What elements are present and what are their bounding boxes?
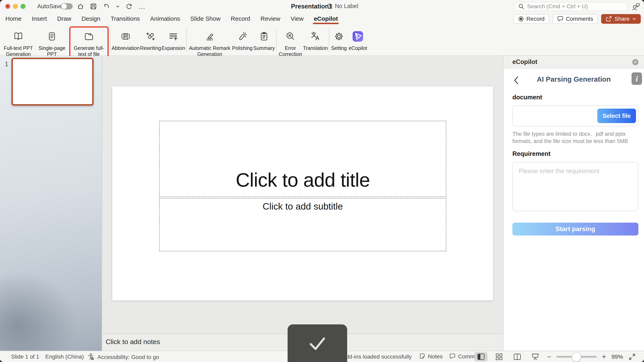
document-label: document	[512, 94, 638, 101]
close-window-button[interactable]	[5, 4, 10, 9]
reading-view-button[interactable]	[511, 352, 524, 362]
info-button[interactable]: i	[632, 72, 642, 85]
gear-icon	[334, 28, 344, 45]
chevron-down-icon[interactable]	[116, 4, 120, 9]
tab-home[interactable]: Home	[5, 14, 22, 23]
ribbon-separator	[186, 28, 187, 52]
ecopilot-pane-button[interactable]: eCopilot	[347, 28, 368, 51]
home-icon[interactable]	[77, 3, 84, 10]
document-icon	[47, 28, 57, 45]
rewriting-icon	[145, 28, 156, 45]
minimize-window-button[interactable]	[13, 4, 18, 9]
abbreviation-button[interactable]: Abbreviation	[112, 28, 140, 51]
subtitle-placeholder-text: Click to add subtitle	[263, 201, 343, 212]
toggle-knob	[62, 3, 67, 9]
error-correction-button[interactable]: Error Correction	[278, 28, 303, 57]
feedback-person-icon[interactable]	[632, 2, 640, 11]
slide-info: Slide 1 of 1	[11, 354, 39, 360]
requirement-label: Requirement	[512, 150, 638, 157]
undo-icon[interactable]	[103, 3, 110, 10]
start-parsing-button[interactable]: Start parsing	[512, 223, 638, 236]
polishing-button[interactable]: Polishing	[232, 28, 253, 51]
automatic-remark-generation-button[interactable]: Automatic Remark Generation	[188, 28, 232, 57]
requirement-textarea[interactable]: Please enter the requirement	[512, 162, 638, 211]
panel-page-title: AI Parsing Generation	[504, 75, 644, 83]
autosave-label: AutoSave	[37, 3, 62, 10]
summary-icon	[259, 28, 269, 45]
zoom-out-button[interactable]: −	[547, 353, 551, 361]
normal-view-button[interactable]	[474, 352, 488, 362]
summary-button[interactable]: Summary	[253, 28, 275, 51]
comments-button[interactable]: Comments	[553, 14, 598, 24]
shield-icon: ?	[326, 3, 333, 9]
redo-icon[interactable]	[126, 3, 133, 10]
notes-toggle[interactable]: Notes	[428, 353, 442, 360]
fullscreen-icon[interactable]	[628, 353, 636, 361]
language-status[interactable]: English (China)	[45, 354, 84, 360]
search-box[interactable]: Search (Cmd + Ctrl + U)	[514, 2, 628, 11]
comments-button-label: Comments	[566, 16, 593, 22]
translation-button[interactable]: Translation	[303, 28, 328, 51]
file-input[interactable]: Select file	[512, 105, 638, 126]
zoom-in-button[interactable]: +	[602, 353, 606, 361]
record-button-label: Record	[526, 16, 544, 22]
slide-sorter-view-button[interactable]	[493, 352, 506, 362]
full-text-ppt-generation-button[interactable]: Full-text PPT Generation	[2, 28, 34, 57]
subtitle-placeholder[interactable]: Click to add subtitle	[159, 198, 446, 251]
more-options-icon[interactable]: …	[138, 2, 146, 10]
panel-nav: AI Parsing Generation i	[504, 69, 644, 91]
tab-record[interactable]: Record	[230, 14, 251, 23]
slide-thumbnail[interactable]	[12, 58, 94, 106]
zoom-slider[interactable]	[556, 352, 597, 362]
share-button[interactable]: Share	[601, 14, 641, 24]
slideshow-view-button[interactable]	[529, 352, 542, 362]
svg-text:?: ?	[329, 5, 330, 8]
slide[interactable]: Click to add title Click to add subtitle	[112, 86, 493, 301]
label-badge-text: No Label	[335, 3, 358, 9]
ribbon: Full-text PPT Generation Single-page PPT…	[0, 24, 644, 56]
expansion-icon	[168, 28, 178, 45]
ecopilot-panel-header: eCopilot	[504, 56, 644, 69]
zoom-slider-thumb[interactable]	[572, 352, 581, 362]
record-button[interactable]: Record	[514, 14, 549, 24]
tab-design[interactable]: Design	[81, 14, 100, 23]
book-icon	[13, 28, 24, 45]
tab-insert[interactable]: Insert	[32, 14, 47, 23]
tab-review[interactable]: Review	[260, 14, 280, 23]
ribbon-separator	[276, 28, 276, 52]
panel-close-button[interactable]	[632, 59, 638, 65]
polishing-icon	[237, 28, 248, 45]
tab-animations[interactable]: Animations	[150, 14, 180, 23]
panel-header-title: eCopilot	[512, 58, 537, 65]
generate-full-text-of-file-button[interactable]: Generate full-text of file	[72, 28, 106, 57]
title-placeholder-text: Click to add title	[236, 169, 370, 191]
info-icon: i	[636, 74, 638, 83]
close-icon	[634, 60, 637, 64]
tab-view[interactable]: View	[290, 14, 304, 23]
notes-icon	[419, 353, 426, 360]
record-dot-icon	[518, 16, 524, 22]
search-placeholder: Search (Cmd + Ctrl + U)	[527, 3, 588, 10]
tab-ecopilot[interactable]: eCopilot	[313, 14, 338, 23]
title-placeholder[interactable]: Click to add title	[159, 121, 446, 197]
accessibility-status[interactable]: Accessibility: Good to go	[98, 354, 159, 361]
tab-draw[interactable]: Draw	[57, 14, 72, 23]
sensitivity-label[interactable]: ? No Label	[326, 3, 358, 9]
zoom-window-button[interactable]	[20, 4, 26, 9]
rewriting-button[interactable]: Rewriting	[140, 28, 162, 51]
file-hint-text: The file types are limited to docx、pdf a…	[512, 130, 636, 145]
tab-slide-show[interactable]: Slide Show	[190, 14, 221, 23]
expansion-button[interactable]: Expansion	[162, 28, 185, 51]
ribbon-separator	[329, 28, 329, 52]
tab-transitions[interactable]: Transitions	[110, 14, 140, 23]
generate-full-text-highlight-box: Generate full-text of file	[69, 26, 109, 60]
save-icon[interactable]	[90, 3, 97, 10]
share-chevron-icon	[632, 17, 636, 21]
abbreviation-icon	[120, 28, 131, 45]
addins-status: Add-ins loaded successfully	[342, 354, 412, 360]
autosave-toggle[interactable]	[61, 3, 73, 9]
select-file-button[interactable]: Select file	[597, 109, 636, 123]
zoom-level[interactable]: 99%	[612, 354, 623, 360]
checkmark-icon	[306, 334, 328, 353]
setting-button[interactable]: Setting	[330, 28, 347, 51]
